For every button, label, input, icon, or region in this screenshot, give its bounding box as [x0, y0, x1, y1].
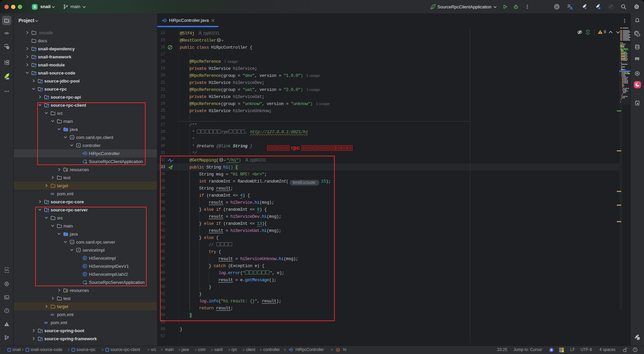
svg-text:m: m: [337, 349, 339, 351]
svg-text:A: A: [570, 6, 573, 10]
svg-text:?: ?: [7, 46, 9, 49]
svg-text:A: A: [637, 102, 639, 105]
svg-text:JR: JR: [6, 77, 9, 80]
